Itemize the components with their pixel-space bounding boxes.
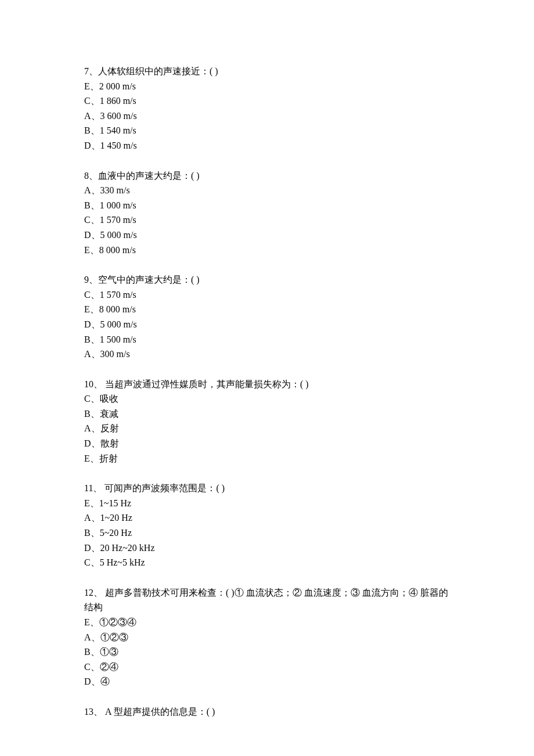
answer-option: D、④ <box>84 674 453 689</box>
answer-option: B、1 000 m/s <box>84 198 453 213</box>
question-block: 12、 超声多普勒技术可用来检查：( )① 血流状态；② 血流速度；③ 血流方向… <box>84 585 453 689</box>
answer-option: C、吸收 <box>84 391 453 406</box>
answer-option: E、①②③④ <box>84 615 453 630</box>
question-text: 7、人体软组织中的声速接近：( ) <box>84 64 453 79</box>
question-text: 11、 可闻声的声波频率范围是：( ) <box>84 481 453 496</box>
answer-option: A、300 m/s <box>84 347 453 362</box>
answer-option: C、1 570 m/s <box>84 213 453 228</box>
answer-option: B、1 500 m/s <box>84 332 453 347</box>
answer-option: A、1~20 Hz <box>84 510 453 525</box>
question-block: 13、 A 型超声提供的信息是：( ) <box>84 704 453 719</box>
answer-option: A、①②③ <box>84 630 453 645</box>
answer-option: D、5 000 m/s <box>84 317 453 332</box>
question-block: 10、 当超声波通过弹性媒质时，其声能量损失称为：( )C、吸收B、衰减A、反射… <box>84 377 453 466</box>
answer-option: B、5~20 Hz <box>84 525 453 541</box>
answer-option: E、折射 <box>84 451 453 466</box>
question-block: 8、血液中的声速大约是：( )A、330 m/sB、1 000 m/sC、1 5… <box>84 168 453 258</box>
question-block: 11、 可闻声的声波频率范围是：( )E、1~15 HzA、1~20 HzB、5… <box>84 481 453 570</box>
answer-option: A、330 m/s <box>84 183 453 198</box>
answer-option: D、5 000 m/s <box>84 228 453 243</box>
answer-option: D、1 450 m/s <box>84 138 453 153</box>
answer-option: C、②④ <box>84 660 453 675</box>
question-text: 9、空气中的声速大约是：( ) <box>84 272 453 287</box>
answer-option: B、1 540 m/s <box>84 123 453 138</box>
question-text: 13、 A 型超声提供的信息是：( ) <box>84 704 453 719</box>
answer-option: E、2 000 m/s <box>84 79 453 94</box>
answer-option: A、反射 <box>84 421 453 436</box>
answer-option: C、1 570 m/s <box>84 287 453 303</box>
answer-option: A、3 600 m/s <box>84 109 453 124</box>
answer-option: B、衰减 <box>84 406 453 422</box>
answer-option: E、8 000 m/s <box>84 302 453 317</box>
answer-option: E、8 000 m/s <box>84 243 453 258</box>
question-text: 12、 超声多普勒技术可用来检查：( )① 血流状态；② 血流速度；③ 血流方向… <box>84 585 453 615</box>
answer-option: C、5 Hz~5 kHz <box>84 555 453 570</box>
question-text: 10、 当超声波通过弹性媒质时，其声能量损失称为：( ) <box>84 377 453 392</box>
answer-option: B、①③ <box>84 645 453 660</box>
answer-option: D、20 Hz~20 kHz <box>84 541 453 556</box>
question-block: 7、人体软组织中的声速接近：( )E、2 000 m/sC、1 860 m/sA… <box>84 64 453 153</box>
answer-option: D、散射 <box>84 436 453 451</box>
answer-option: E、1~15 Hz <box>84 496 453 511</box>
answer-option: C、1 860 m/s <box>84 93 453 109</box>
question-text: 8、血液中的声速大约是：( ) <box>84 168 453 183</box>
question-block: 9、空气中的声速大约是：( )C、1 570 m/sE、8 000 m/sD、5… <box>84 272 453 362</box>
